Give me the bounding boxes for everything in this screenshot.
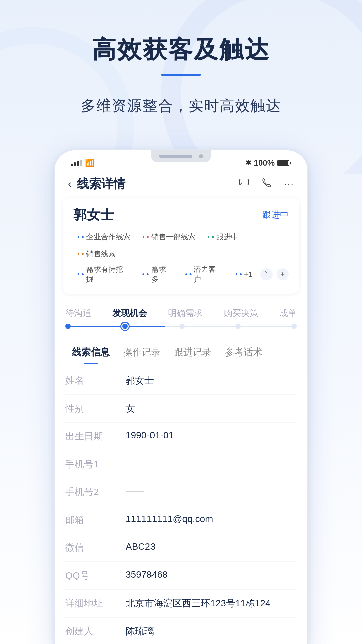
label-qq: QQ号 bbox=[65, 569, 126, 582]
tabs-section: 线索信息 操作记录 跟进记录 参考话术 bbox=[55, 339, 307, 364]
battery-fill bbox=[278, 161, 288, 165]
label-wechat: 微信 bbox=[65, 541, 126, 554]
step-5-label[interactable]: 成单 bbox=[279, 307, 297, 319]
tag-expand-button[interactable]: ˅ bbox=[260, 268, 273, 280]
label-creator: 创建人 bbox=[65, 625, 126, 638]
tag-add-button[interactable]: + bbox=[277, 268, 289, 280]
battery-icon bbox=[277, 160, 291, 166]
label-phone2: 手机号2 bbox=[65, 486, 126, 498]
battery-body bbox=[277, 160, 289, 166]
contact-status: 跟进中 bbox=[262, 209, 289, 221]
signal-icon bbox=[71, 160, 82, 166]
tag-7[interactable]: • 潜力客户 bbox=[181, 263, 227, 286]
info-row-wechat: 微信 ABC23 bbox=[65, 534, 297, 562]
progress-dot-4 bbox=[235, 324, 241, 329]
page-container: 高效获客及触达 多维资源整合，实时高效触达 📶 bbox=[0, 0, 362, 644]
notch-dot bbox=[199, 154, 203, 158]
value-name: 郭女士 bbox=[126, 374, 297, 387]
tab-followup[interactable]: 跟进记录 bbox=[167, 339, 218, 364]
contact-name: 郭女士 bbox=[73, 206, 114, 224]
info-row-address: 详细地址 北京市海淀区西三环123号11栋124 bbox=[65, 590, 297, 618]
info-row-dob: 出生日期 1990-01-01 bbox=[65, 423, 297, 450]
value-email: 111111111@qq.com bbox=[126, 514, 297, 524]
value-qq: 35978468 bbox=[126, 569, 297, 580]
value-phone1: —— bbox=[126, 458, 297, 469]
tabs-row: 线索信息 操作记录 跟进记录 参考话术 bbox=[65, 339, 297, 364]
signal-bar-1 bbox=[71, 164, 73, 166]
steps-section: 待沟通 发现机会 明确需求 购买决策 成单 bbox=[55, 299, 307, 339]
info-row-creator: 创建人 陈琉璃 bbox=[65, 618, 297, 644]
signal-bar-3 bbox=[77, 161, 79, 166]
info-row-email: 邮箱 111111111@qq.com bbox=[65, 506, 297, 534]
status-left: 📶 bbox=[71, 159, 94, 167]
info-row-phone2: 手机号2 —— bbox=[65, 478, 297, 506]
contact-card: 郭女士 跟进中 • 企业合作线索 • 销售一部线索 • 跟进中 • 销售线索 bbox=[63, 198, 299, 294]
contact-header: 郭女士 跟进中 bbox=[73, 206, 289, 224]
tag-more[interactable]: • +1 bbox=[231, 269, 256, 280]
message-icon[interactable] bbox=[239, 177, 249, 191]
phone-mockup-wrapper: 📶 ✱ 100% ‹ 线索详情 bbox=[54, 149, 308, 644]
hero-section: 高效获客及触达 多维资源整合，实时高效触达 bbox=[81, 0, 281, 129]
step-1-label[interactable]: 待沟通 bbox=[65, 307, 92, 319]
info-section: 姓名 郭女士 性别 女 出生日期 1990-01-01 手机号1 —— 手机号2 bbox=[55, 364, 307, 644]
info-row-qq: QQ号 35978468 bbox=[65, 562, 297, 590]
phone-mockup: 📶 ✱ 100% ‹ 线索详情 bbox=[54, 149, 308, 644]
label-phone1: 手机号1 bbox=[65, 458, 126, 471]
progress-dots bbox=[65, 323, 297, 330]
label-gender: 性别 bbox=[65, 402, 126, 415]
battery-tip bbox=[290, 162, 291, 164]
info-row-name: 姓名 郭女士 bbox=[65, 367, 297, 395]
info-row-phone1: 手机号1 —— bbox=[65, 450, 297, 478]
signal-bar-2 bbox=[74, 162, 76, 166]
progress-dot-2 bbox=[121, 323, 129, 330]
bluetooth-icon: ✱ bbox=[245, 159, 251, 167]
signal-bar-4 bbox=[80, 160, 82, 166]
tab-reference[interactable]: 参考话术 bbox=[218, 339, 269, 364]
nav-bar: ‹ 线索详情 ··· bbox=[55, 170, 307, 198]
step-4-label[interactable]: 购买决策 bbox=[224, 307, 258, 319]
tag-6[interactable]: • 需求多 bbox=[138, 263, 177, 286]
status-right: ✱ 100% bbox=[245, 158, 291, 168]
label-name: 姓名 bbox=[65, 374, 126, 387]
tab-operation[interactable]: 操作记录 bbox=[116, 339, 167, 364]
value-gender: 女 bbox=[126, 402, 297, 415]
value-wechat: ABC23 bbox=[126, 541, 297, 552]
value-dob: 1990-01-01 bbox=[126, 430, 297, 441]
progress-dot-5 bbox=[291, 324, 297, 329]
tags-row-2: • 需求有待挖掘 • 需求多 • 潜力客户 • +1 ˅ + bbox=[73, 263, 289, 286]
status-bar: 📶 ✱ 100% bbox=[55, 150, 307, 170]
step-3-label[interactable]: 明确需求 bbox=[168, 307, 203, 319]
tag-1[interactable]: • 企业合作线索 bbox=[73, 231, 134, 244]
label-email: 邮箱 bbox=[65, 514, 126, 526]
notch-bar bbox=[159, 155, 192, 158]
steps-labels: 待沟通 发现机会 明确需求 购买决策 成单 bbox=[65, 307, 297, 319]
tab-info[interactable]: 线索信息 bbox=[65, 339, 116, 364]
hero-underline bbox=[161, 74, 201, 76]
phone-icon[interactable] bbox=[261, 177, 272, 191]
nav-back[interactable]: ‹ 线索详情 bbox=[68, 176, 125, 192]
info-row-gender: 性别 女 bbox=[65, 395, 297, 423]
nav-right: ··· bbox=[239, 177, 294, 191]
tags-row-1: • 企业合作线索 • 销售一部线索 • 跟进中 • 销售线索 bbox=[73, 231, 289, 260]
progress-track bbox=[65, 324, 297, 328]
battery-percent: 100% bbox=[254, 158, 275, 168]
label-dob: 出生日期 bbox=[65, 430, 126, 443]
hero-title: 高效获客及触达 bbox=[81, 34, 281, 66]
back-icon: ‹ bbox=[68, 178, 72, 190]
wifi-icon: 📶 bbox=[85, 159, 94, 167]
step-2-label[interactable]: 发现机会 bbox=[112, 307, 147, 319]
value-address: 北京市海淀区西三环123号11栋124 bbox=[126, 597, 297, 610]
progress-dot-3 bbox=[179, 324, 185, 329]
tag-3[interactable]: • 跟进中 bbox=[203, 231, 242, 244]
hero-subtitle: 多维资源整合，实时高效触达 bbox=[81, 96, 281, 116]
tag-2[interactable]: • 销售一部线索 bbox=[138, 231, 199, 244]
nav-title: 线索详情 bbox=[77, 176, 125, 192]
more-icon[interactable]: ··· bbox=[284, 179, 294, 190]
tag-5[interactable]: • 需求有待挖掘 bbox=[73, 263, 134, 286]
value-creator: 陈琉璃 bbox=[126, 625, 297, 638]
label-address: 详细地址 bbox=[65, 597, 126, 610]
notch bbox=[151, 150, 211, 162]
tag-4[interactable]: • 销售线索 bbox=[73, 248, 120, 260]
progress-dot-1 bbox=[65, 324, 71, 329]
value-phone2: —— bbox=[126, 486, 297, 496]
